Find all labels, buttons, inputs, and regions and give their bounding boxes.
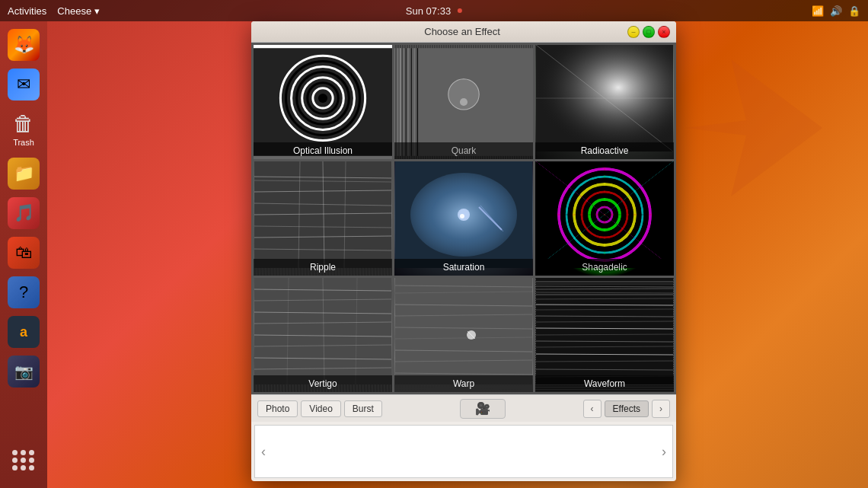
effect-warp[interactable]: Warp	[394, 278, 533, 392]
ripple-preview	[254, 161, 392, 268]
preview-area: ‹ ›	[254, 425, 673, 478]
preview-prev-arrow[interactable]: ‹	[258, 441, 269, 463]
waveform-preview	[535, 278, 674, 384]
tab-photo[interactable]: Photo	[257, 400, 298, 417]
choose-effect-dialog: Choose an Effect – □ ×	[251, 21, 676, 481]
datetime: Sun 07:33	[406, 5, 451, 17]
window-buttons: – □ ×	[627, 26, 670, 38]
app-menu-arrow: ▾	[94, 5, 100, 17]
sidebar-item-software[interactable]: 🛍	[8, 237, 40, 269]
close-button[interactable]: ×	[658, 26, 670, 38]
effect-quark[interactable]: Quark	[394, 45, 533, 159]
effect-vertigo[interactable]: Vertigo	[254, 278, 392, 392]
sidebar: 🦊 ✉ 🗑 Trash 📁 🎵 🛍 ? a 📷	[0, 21, 47, 488]
svg-rect-87	[536, 278, 673, 384]
dialog-title: Choose an Effect	[297, 26, 627, 37]
recording-dot	[458, 8, 462, 13]
saturation-preview	[394, 161, 533, 268]
app-menu[interactable]: Cheese ▾	[57, 5, 99, 17]
topbar-center: Sun 07:33	[406, 5, 462, 17]
sidebar-item-cheese[interactable]: 📷	[8, 356, 40, 388]
preview-next-arrow[interactable]: ›	[659, 441, 669, 463]
tab-video[interactable]: Video	[301, 400, 340, 417]
effect-label-optical-illusion: Optical Illusion	[254, 142, 392, 159]
effects-grid: Optical Illusion Quark	[251, 43, 676, 394]
desktop-decoration	[685, 59, 822, 196]
wifi-icon: 📶	[812, 5, 824, 17]
effect-label-shagadelic: Shagadelic	[535, 259, 674, 276]
svg-point-14	[318, 94, 327, 103]
trash-icon-container[interactable]: 🗑 Trash	[10, 108, 37, 150]
minimize-button[interactable]: –	[627, 26, 640, 38]
next-button[interactable]: ›	[652, 400, 670, 418]
effect-shagadelic[interactable]: Shagadelic	[535, 161, 674, 276]
sidebar-item-amazon[interactable]: a	[8, 316, 40, 348]
trash-label: Trash	[13, 138, 34, 147]
effect-label-waveform: Waveform	[535, 375, 674, 392]
effect-ripple[interactable]: Ripple	[254, 161, 392, 276]
sidebar-item-help[interactable]: ?	[8, 276, 40, 308]
sidebar-item-mail[interactable]: ✉	[8, 69, 40, 100]
svg-point-29	[460, 98, 468, 106]
topbar-right: 📶 🔊 🔒	[812, 5, 860, 17]
effects-button[interactable]: Effects	[605, 400, 649, 417]
app-grid-button[interactable]	[8, 444, 40, 476]
maximize-button[interactable]: □	[643, 26, 655, 38]
svg-rect-75	[395, 278, 532, 384]
prev-button[interactable]: ‹	[583, 400, 602, 418]
bottom-toolbar: Photo Video Burst 🎥 ‹ Effects ›	[251, 394, 676, 422]
topbar-left: Activities Cheese ▾	[8, 5, 100, 17]
trash-icon: 🗑	[13, 111, 34, 136]
effect-label-saturation: Saturation	[394, 259, 533, 276]
video-record-button[interactable]: 🎥	[460, 399, 506, 419]
topbar: Activities Cheese ▾ Sun 07:33 📶 🔊 🔒	[0, 0, 868, 21]
svg-point-51	[460, 214, 464, 218]
tab-burst[interactable]: Burst	[344, 400, 382, 417]
sidebar-item-music[interactable]: 🎵	[8, 197, 40, 229]
radioactive-preview	[535, 45, 674, 152]
sidebar-item-files[interactable]: 📁	[8, 158, 40, 190]
svg-marker-0	[685, 59, 822, 196]
effect-label-warp: Warp	[394, 375, 533, 392]
effect-label-vertigo: Vertigo	[254, 375, 392, 392]
effect-optical-illusion[interactable]: Optical Illusion	[254, 45, 392, 159]
effect-label-radioactive: Radioactive	[535, 142, 674, 159]
effect-label-quark: Quark	[394, 142, 533, 159]
effect-saturation[interactable]: Saturation	[394, 161, 533, 276]
activities-label[interactable]: Activities	[8, 5, 46, 17]
effect-label-ripple: Ripple	[254, 259, 392, 276]
warp-preview	[394, 278, 533, 384]
dialog-titlebar: Choose an Effect – □ ×	[251, 21, 676, 43]
app-grid-dots	[12, 450, 35, 470]
toolbar-nav: ‹ Effects ›	[583, 400, 670, 418]
volume-icon: 🔊	[830, 5, 842, 17]
vertigo-preview	[254, 278, 392, 384]
effect-radioactive[interactable]: Radioactive	[535, 45, 674, 159]
shagadelic-preview	[535, 161, 674, 268]
sidebar-item-firefox[interactable]: 🦊	[8, 29, 40, 61]
video-icon: 🎥	[475, 401, 490, 416]
effect-waveform[interactable]: Waveform	[535, 278, 674, 392]
system-menu-icon[interactable]: 🔒	[848, 5, 860, 17]
preview-content	[269, 426, 659, 477]
